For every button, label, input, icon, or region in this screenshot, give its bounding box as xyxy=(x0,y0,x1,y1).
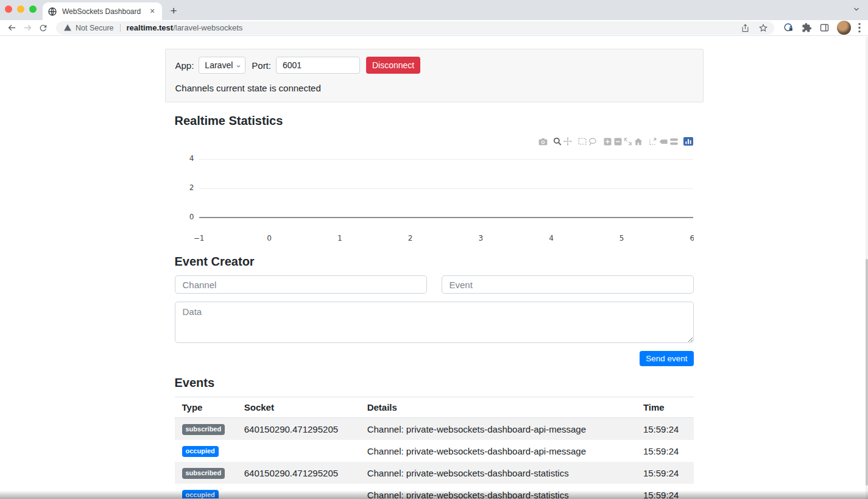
bookmark-star-icon[interactable] xyxy=(758,23,768,33)
dashboard-page: App: Laravel Port: Disconnect Channels c… xyxy=(0,36,868,498)
send-event-button[interactable]: Send event xyxy=(640,351,693,366)
share-icon[interactable] xyxy=(741,23,750,33)
event-type-badge: subscribed xyxy=(182,424,225,435)
events-title: Events xyxy=(175,376,694,390)
column-header-socket: Socket xyxy=(237,397,360,418)
url-path: /laravel-websockets xyxy=(173,23,242,32)
channel-input[interactable] xyxy=(175,275,427,294)
event-socket xyxy=(237,440,360,462)
event-socket xyxy=(237,484,360,498)
app-select[interactable]: Laravel xyxy=(199,57,245,74)
scrollbar-thumb[interactable] xyxy=(866,259,868,486)
event-details: Channel: private-websockets-dashboard-ap… xyxy=(360,418,636,441)
x-tick-label: 0 xyxy=(267,234,272,241)
autoscale-icon[interactable] xyxy=(623,137,633,146)
password-extension-icon[interactable] xyxy=(783,23,794,33)
event-type-badge: occupied xyxy=(182,446,219,457)
app-select-value: Laravel xyxy=(205,60,233,70)
event-details: Channel: private-websockets-dashboard-ap… xyxy=(360,440,636,462)
x-axis-zero-line xyxy=(199,217,693,218)
reset-home-icon[interactable] xyxy=(633,137,644,146)
back-icon[interactable] xyxy=(4,21,19,35)
x-tick-label: 5 xyxy=(619,234,624,241)
hover-closest-icon[interactable] xyxy=(658,137,669,146)
hover-compare-icon[interactable] xyxy=(669,137,679,146)
tab-close-icon[interactable]: × xyxy=(147,7,157,16)
zoom-in-icon[interactable] xyxy=(602,137,613,146)
event-row: subscribed640150290.471295205Channel: pr… xyxy=(175,418,694,441)
gridline xyxy=(199,159,693,160)
forward-icon xyxy=(19,21,35,35)
gridline xyxy=(199,188,693,189)
event-row: subscribed640150290.471295205Channel: pr… xyxy=(175,462,694,484)
address-bar[interactable]: Not Secure realtime.test /laravel-websoc… xyxy=(56,21,774,35)
app-label: App: xyxy=(175,60,194,71)
disconnect-button[interactable]: Disconnect xyxy=(366,57,420,74)
maximize-window-button[interactable] xyxy=(29,5,37,13)
column-header-type: Type xyxy=(175,397,237,418)
security-label: Not Secure xyxy=(76,24,114,32)
zoom-out-icon[interactable] xyxy=(613,137,623,146)
connection-panel: App: Laravel Port: Disconnect Channels c… xyxy=(165,49,704,102)
event-type-badge: subscribed xyxy=(182,468,225,479)
event-socket: 640150290.471295205 xyxy=(237,418,360,441)
pan-icon[interactable] xyxy=(563,137,573,146)
event-time: 15:59:24 xyxy=(636,484,694,498)
minimize-window-button[interactable] xyxy=(17,5,24,13)
event-time: 15:59:24 xyxy=(636,440,694,462)
event-details: Channel: private-websockets-dashboard-st… xyxy=(360,484,636,498)
reload-icon[interactable] xyxy=(35,21,51,35)
window-controls[interactable] xyxy=(5,5,37,13)
browser-tab-strip: WebSockets Dashboard × + xyxy=(0,0,868,20)
events-table-header: TypeSocketDetailsTime xyxy=(175,397,694,418)
event-input[interactable] xyxy=(442,275,694,294)
side-panel-icon[interactable] xyxy=(819,23,830,33)
plotly-modebar xyxy=(175,136,694,146)
menu-dots-icon[interactable] xyxy=(858,23,861,33)
event-socket: 640150290.471295205 xyxy=(237,462,360,484)
column-header-time: Time xyxy=(636,397,694,418)
event-details: Channel: private-websockets-dashboard-st… xyxy=(360,462,636,484)
statistics-chart[interactable]: 024−10123456 xyxy=(175,149,694,241)
browser-toolbar: Not Secure realtime.test /laravel-websoc… xyxy=(0,20,868,36)
y-tick-label: 4 xyxy=(175,154,194,163)
connection-status-text: Channels current state is connected xyxy=(175,83,693,93)
x-tick-label: 6 xyxy=(690,234,694,241)
y-tick-label: 0 xyxy=(175,213,194,221)
tab-title: WebSockets Dashboard xyxy=(62,7,147,16)
y-tick-label: 2 xyxy=(175,183,194,192)
column-header-details: Details xyxy=(360,397,636,418)
omnibox-divider xyxy=(120,24,121,32)
events-table-body: subscribed640150290.471295205Channel: pr… xyxy=(175,418,694,499)
select-chevron-icon xyxy=(236,63,241,69)
close-window-button[interactable] xyxy=(5,5,12,13)
x-tick-label: 3 xyxy=(478,234,483,241)
new-tab-button[interactable]: + xyxy=(166,3,182,19)
event-time: 15:59:24 xyxy=(636,462,694,484)
realtime-statistics-title: Realtime Statistics xyxy=(175,114,694,128)
profile-avatar[interactable] xyxy=(837,21,851,35)
port-label: Port: xyxy=(252,60,271,71)
event-row: occupiedChannel: private-websockets-dash… xyxy=(175,440,694,462)
browser-tab[interactable]: WebSockets Dashboard × xyxy=(43,2,162,20)
box-select-icon[interactable] xyxy=(577,137,588,146)
event-type-badge: occupied xyxy=(182,490,219,498)
x-tick-label: 1 xyxy=(337,234,342,241)
port-input[interactable] xyxy=(276,57,360,74)
events-table: TypeSocketDetailsTime subscribed64015029… xyxy=(175,397,694,498)
spikelines-icon[interactable] xyxy=(648,137,658,146)
extensions-puzzle-icon[interactable] xyxy=(802,23,812,33)
plotly-logo-icon[interactable] xyxy=(683,137,694,146)
x-tick-label: 2 xyxy=(408,234,413,241)
x-tick-label: 4 xyxy=(549,234,554,241)
event-time: 15:59:24 xyxy=(636,418,694,441)
not-secure-warning-icon xyxy=(63,24,72,32)
event-creator-title: Event Creator xyxy=(175,255,694,269)
zoom-icon[interactable] xyxy=(552,137,563,146)
event-row: occupiedChannel: private-websockets-dash… xyxy=(175,484,694,498)
favicon-globe-icon xyxy=(48,7,57,16)
data-textarea[interactable] xyxy=(175,302,694,343)
lasso-icon[interactable] xyxy=(588,137,598,146)
tab-search-chevron-icon[interactable] xyxy=(852,5,861,13)
camera-icon[interactable] xyxy=(538,137,548,146)
